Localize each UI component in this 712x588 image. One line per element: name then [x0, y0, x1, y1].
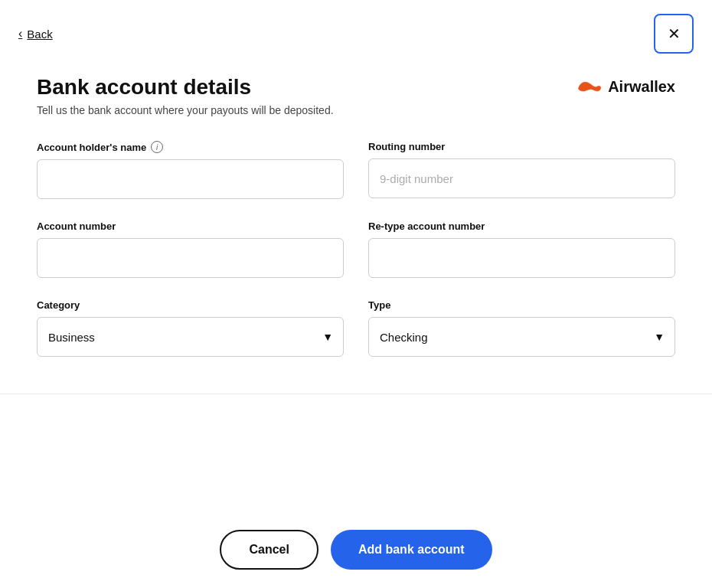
back-chevron-icon: ‹	[18, 27, 22, 41]
category-select[interactable]: Business Personal	[37, 317, 344, 357]
account-holder-name-input[interactable]	[37, 159, 344, 199]
type-select[interactable]: Checking Savings	[368, 317, 675, 357]
bank-account-form: Account holder's name i Routing number A…	[37, 141, 675, 357]
back-label: Back	[27, 28, 52, 41]
airwallex-icon	[576, 79, 603, 96]
info-icon[interactable]: i	[151, 141, 163, 153]
type-field: Type Checking Savings ▼	[368, 299, 675, 357]
close-button[interactable]: ✕	[654, 14, 694, 54]
airwallex-logo: Airwallex	[576, 78, 675, 96]
routing-number-field: Routing number	[368, 141, 675, 199]
page-title: Bank account details	[37, 75, 576, 100]
account-number-field: Account number	[37, 220, 344, 278]
close-icon: ✕	[668, 24, 681, 43]
category-field: Category Business Personal ▼	[37, 299, 344, 357]
logo-text: Airwallex	[608, 78, 675, 96]
routing-number-input[interactable]	[368, 158, 675, 198]
account-number-label: Account number	[37, 220, 344, 232]
account-holder-name-label: Account holder's name i	[37, 141, 344, 153]
retype-account-number-input[interactable]	[368, 238, 675, 278]
type-select-wrapper: Checking Savings ▼	[368, 317, 675, 357]
type-label: Type	[368, 299, 675, 311]
footer: Cancel Add bank account	[0, 511, 712, 588]
cancel-button[interactable]: Cancel	[220, 530, 318, 570]
category-select-wrapper: Business Personal ▼	[37, 317, 344, 357]
account-holder-name-field: Account holder's name i	[37, 141, 344, 199]
add-bank-account-button[interactable]: Add bank account	[331, 530, 492, 570]
back-button[interactable]: ‹ Back	[18, 27, 53, 41]
retype-account-number-field: Re-type account number	[368, 220, 675, 278]
category-label: Category	[37, 299, 344, 311]
retype-account-number-label: Re-type account number	[368, 220, 675, 232]
footer-divider	[0, 394, 712, 394]
page-subtitle: Tell us the bank account where your payo…	[37, 104, 576, 116]
routing-number-label: Routing number	[368, 141, 675, 152]
account-number-input[interactable]	[37, 238, 344, 278]
